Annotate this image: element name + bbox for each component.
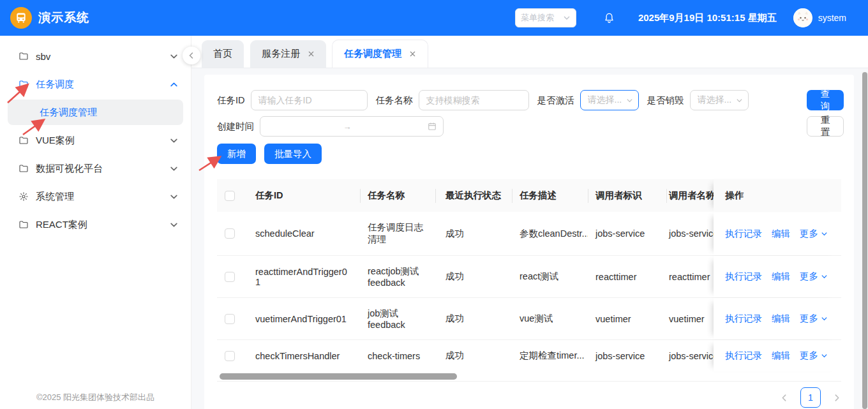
table-row: vuetimerAndTrigger01 job测试feedback 成功 vu… [217,298,841,340]
reset-button[interactable]: 重置 [807,116,844,137]
notification-bell-button[interactable] [603,12,615,24]
is-destroyed-label: 是否销毁 [647,94,684,107]
cell-caller-id: reacttimer [588,256,666,297]
tab-service-register[interactable]: 服务注册 [250,40,326,68]
task-id-input[interactable] [251,90,368,110]
edit-link[interactable]: 编辑 [772,313,790,325]
more-dropdown-link[interactable]: 更多 [800,313,828,325]
task-id-label: 任务ID [217,94,245,107]
col-header-last-exec-status: 最近执行状态 [435,179,512,212]
cell-caller-name: jobs-service [666,340,714,371]
page-body: 任务ID 任务名称 是否激活 请选择... 是否销毁 请选择... [191,68,868,409]
sidebar-item-sbv[interactable]: sbv [0,42,191,70]
horizontal-scrollbar[interactable] [217,373,841,380]
edit-link[interactable]: 编辑 [772,350,790,362]
is-active-placeholder: 请选择... [588,94,626,106]
tab-home[interactable]: 首页 [202,40,244,68]
cell-task-id: vuetimerAndTrigger01 [245,298,360,339]
filter-row-1: 任务ID 任务名称 是否激活 请选择... 是否销毁 请选择... [217,90,844,110]
cell-task-name: 任务调度日志清理 [360,212,435,255]
task-table: 任务ID 任务名称 最近执行状态 任务描述 调用者标识 调用者名称 操作 sch… [217,179,841,371]
more-dropdown-link[interactable]: 更多 [800,350,828,362]
more-label: 更多 [800,350,818,362]
gear-icon [19,191,29,202]
header-datetime: 2025年9月19日 10:51:15 星期五 [638,12,777,24]
cell-caller-id: jobs-service [588,340,666,371]
batch-import-button[interactable]: 批量导入 [264,144,322,164]
add-button[interactable]: 新增 [217,144,256,164]
folder-icon [19,219,29,230]
exec-record-link[interactable]: 执行记录 [725,313,762,325]
sidebar-footer-copyright: ©2025 阳光集团体验技术部出品 [0,392,191,403]
more-label: 更多 [800,228,818,240]
sidebar-collapse-button[interactable] [183,47,200,64]
sidebar: sbv 任务调度 任务调度管理 VUE案例 [0,36,191,409]
col-header-caller-id: 调用者标识 [588,179,666,212]
exec-record-link[interactable]: 执行记录 [725,350,762,362]
chevron-down-icon [170,165,178,173]
folder-icon [19,163,29,174]
close-icon[interactable] [409,50,416,57]
horizontal-scrollbar-thumb[interactable] [220,373,457,380]
chevron-down-icon [821,273,828,280]
row-checkbox[interactable] [225,228,235,239]
edit-link[interactable]: 编辑 [772,271,790,283]
sidebar-item-vue-cases[interactable]: VUE案例 [0,126,191,154]
chevron-left-icon [780,394,788,402]
table-bottom-border [217,381,841,382]
more-label: 更多 [800,271,818,283]
created-time-range-picker[interactable]: → [260,116,444,137]
more-dropdown-link[interactable]: 更多 [800,228,828,240]
tab-task-schedule-mgmt[interactable]: 任务调度管理 [333,40,428,68]
next-page-button[interactable] [833,394,841,402]
sidebar-item-data-visualization[interactable]: 数据可视化平台 [0,154,191,182]
sidebar-item-label: 系统管理 [36,191,170,203]
tab-label: 服务注册 [262,48,300,60]
page-number-button[interactable]: 1 [800,387,821,408]
chevron-down-icon [736,97,743,104]
exec-record-link[interactable]: 执行记录 [725,228,762,240]
cell-task-id: checkTimersHandler [245,340,360,371]
folder-icon [19,135,29,145]
cell-caller-name: reacttimer [666,256,714,297]
row-checkbox[interactable] [225,272,235,282]
row-checkbox[interactable] [225,314,235,324]
sidebar-subitem-task-schedule-mgmt[interactable]: 任务调度管理 [8,100,183,125]
table-row: scheduleClear 任务调度日志清理 成功 参数cleanDestr..… [217,212,841,256]
tab-label: 任务调度管理 [344,48,401,60]
select-all-cell [217,179,245,212]
prev-page-button[interactable] [780,394,788,402]
table-header-row: 任务ID 任务名称 最近执行状态 任务描述 调用者标识 调用者名称 操作 [217,179,841,212]
chevron-down-icon [821,352,828,359]
sidebar-item-system-mgmt[interactable]: 系统管理 [0,182,191,211]
chevron-down-icon [563,14,571,22]
search-button[interactable]: 查询 [807,90,844,110]
app-title: 演示系统 [38,10,89,26]
is-active-select[interactable]: 请选择... [580,90,639,110]
cell-status: 成功 [435,212,512,255]
sidebar-item-react-cases[interactable]: REACT案例 [0,211,191,239]
cell-task-name: job测试feedback [360,298,435,339]
avatar-cat-icon [793,8,812,27]
exec-record-link[interactable]: 执行记录 [725,271,762,283]
sidebar-item-label: 数据可视化平台 [36,163,170,175]
vertical-scrollbar-thumb[interactable] [862,72,867,409]
cell-caller-id: vuetimer [588,298,666,339]
select-all-checkbox[interactable] [225,191,235,201]
avatar[interactable] [793,8,812,27]
pagination: 1 [217,387,841,408]
menu-search-select[interactable]: 菜单搜索 [515,8,576,27]
cell-status: 成功 [435,298,512,339]
more-dropdown-link[interactable]: 更多 [800,271,828,283]
col-header-task-desc: 任务描述 [512,179,588,212]
vertical-scrollbar[interactable] [862,71,868,409]
row-checkbox[interactable] [225,351,235,361]
edit-link[interactable]: 编辑 [772,228,790,240]
chevron-down-icon [170,52,178,61]
is-destroyed-select[interactable]: 请选择... [690,90,749,110]
sidebar-item-label: VUE案例 [36,135,170,147]
task-name-input[interactable] [419,90,529,110]
close-icon[interactable] [308,50,315,57]
sidebar-item-task-schedule[interactable]: 任务调度 [0,70,191,98]
tab-label: 首页 [213,48,232,60]
